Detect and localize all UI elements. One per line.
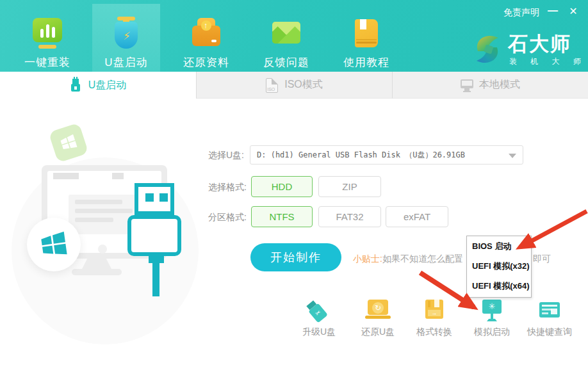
close-button[interactable]: ✕ [566, 5, 580, 17]
windows-flag-badge [27, 218, 81, 271]
windows-tile-icon [48, 122, 88, 163]
nav-item-restore-data[interactable]: ↑ 还原资料 [172, 4, 240, 72]
tip-text-right: 即可 [533, 253, 551, 265]
nav-label: 使用教程 [343, 55, 389, 70]
upgrade-usb-icon: ✂ [305, 298, 333, 325]
menu-item-bios-boot[interactable]: BIOS 启动 [467, 236, 531, 256]
tool-label: 还原U盘 [347, 326, 409, 338]
usb-icon [70, 77, 83, 93]
tip-body-right: 即可 [533, 253, 551, 264]
restore-box-icon: ↑ [190, 17, 223, 50]
tab-label: ISO模式 [284, 78, 323, 92]
simulate-boot-icon: ✳ [478, 298, 506, 325]
hotkey-query-icon [535, 298, 564, 325]
tip-body-left: 如果不知道怎么配置 [382, 253, 463, 264]
partition-option-ntfs[interactable]: NTFS [251, 206, 313, 227]
brand-swirl-icon [470, 31, 505, 68]
tab-bar: U盘启动 ISO模式 本地模式 [0, 72, 588, 99]
nav-label: 一键重装 [24, 55, 70, 70]
device-select-label: 选择U盘: [208, 150, 244, 161]
tool-restore-usb[interactable]: ↻ 还原U盘 [347, 298, 409, 350]
tab-usb-boot[interactable]: U盘启动 [0, 72, 196, 99]
tab-iso-mode[interactable]: ISO模式 [196, 72, 392, 99]
header: 一键重装 ⚡ U盘启动 ↑ 还原资料 反馈问题 [0, 0, 588, 72]
nav-label: 还原资料 [183, 55, 229, 70]
book-icon [350, 17, 383, 50]
format-option-hdd[interactable]: HDD [251, 176, 313, 197]
menu-item-uefi-x32[interactable]: UEFI 模拟(x32) [467, 256, 531, 276]
partition-option-fat32[interactable]: FAT32 [318, 206, 381, 227]
nav-label: 反馈问题 [263, 55, 309, 70]
nav-label: U盘启动 [104, 55, 147, 70]
boot-mode-menu: BIOS 启动 UEFI 模拟(x32) UEFI 模拟(x64) [466, 236, 532, 298]
restore-usb-icon: ↻ [364, 298, 392, 325]
tip-text: 小贴士:如果不知道怎么配置 [353, 253, 463, 265]
monitor-base [72, 269, 122, 275]
minimize-button[interactable]: — [546, 5, 560, 17]
tool-format-convert[interactable]: → 格式转换 [404, 298, 465, 350]
iso-file-icon [266, 77, 279, 93]
format-convert-icon: → [420, 298, 448, 325]
monitor-icon [461, 77, 473, 93]
tool-label: 升级U盘 [288, 326, 350, 338]
menu-item-uefi-x64[interactable]: UEFI 模拟(x64) [467, 276, 531, 296]
partition-option-exfat[interactable]: exFAT [386, 206, 448, 227]
nav-item-usb-boot[interactable]: ⚡ U盘启动 [92, 4, 160, 72]
tool-label: 快捷键查询 [519, 326, 580, 338]
tool-label: 格式转换 [404, 326, 465, 338]
usb-device-select[interactable]: D: (hd1) General USB Flash Disk （U盘）26.9… [250, 145, 523, 165]
start-make-button[interactable]: 开始制作 [250, 243, 341, 271]
tool-label: 模拟启动 [461, 326, 523, 338]
tool-hotkey-query[interactable]: 快捷键查询 [519, 298, 580, 350]
usb-device-value: D: (hd1) General USB Flash Disk （U盘）26.9… [257, 150, 465, 161]
chevron-down-icon [509, 154, 516, 162]
tab-local-mode[interactable]: 本地模式 [392, 72, 588, 99]
nav-item-tutorial[interactable]: 使用教程 [332, 4, 400, 72]
tab-label: 本地模式 [479, 78, 520, 92]
disclaimer-link[interactable]: 免责声明 [503, 7, 539, 19]
format-option-zip[interactable]: ZIP [318, 176, 381, 197]
nav-item-one-key-reinstall[interactable]: 一键重装 [13, 4, 81, 72]
nav-item-feedback[interactable]: 反馈问题 [252, 4, 320, 72]
brand-subtitle: 装 机 大 师 [509, 56, 587, 67]
tool-upgrade-usb[interactable]: ✂ 升级U盘 [288, 298, 350, 350]
tab-label: U盘启动 [88, 79, 127, 92]
usb-computer-illustration [0, 99, 224, 370]
brand-logo: 石大师 装 机 大 师 [470, 31, 585, 69]
main-content: 选择U盘: D: (hd1) General USB Flash Disk （U… [0, 99, 588, 370]
tool-simulate-boot[interactable]: ✳ 模拟启动 [461, 298, 523, 350]
tip-label: 小贴士: [353, 253, 382, 264]
brand-name: 石大师 [508, 31, 571, 58]
format-label: 选择格式: [208, 182, 247, 193]
mail-icon [270, 17, 303, 50]
partition-label: 分区格式: [208, 212, 247, 223]
usb-shield-icon: ⚡ [110, 17, 143, 50]
chart-icon [31, 17, 64, 50]
app-window: 一键重装 ⚡ U盘启动 ↑ 还原资料 反馈问题 [0, 0, 588, 370]
